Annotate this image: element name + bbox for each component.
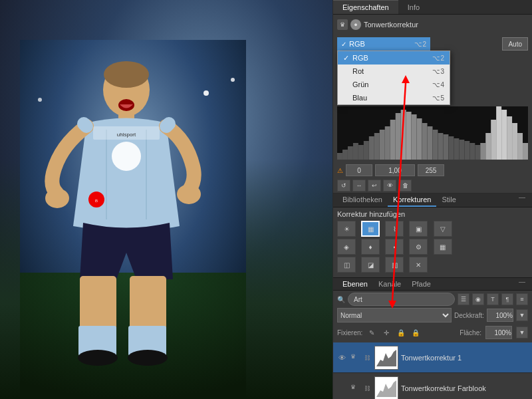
- highlight-input[interactable]: [418, 164, 444, 176]
- svg-rect-28: [348, 146, 353, 160]
- flache-input[interactable]: [485, 326, 512, 339]
- blend-mode-select[interactable]: Normal: [337, 308, 452, 323]
- svg-rect-48: [454, 138, 459, 160]
- channel-option-rot[interactable]: Rot ⌥3: [338, 65, 450, 78]
- svg-rect-32: [369, 136, 374, 160]
- ebenen-search-row: 🔍 ☰ ◉ T ¶ ≡: [337, 293, 528, 306]
- eigenschaften-section: ♛ ● Tonwertkorrektur: [333, 15, 532, 35]
- svg-point-10: [177, 184, 201, 204]
- layer-link-farblook[interactable]: ⛓: [362, 384, 372, 393]
- svg-rect-38: [401, 110, 406, 160]
- fix-lock-icon[interactable]: 🔒: [396, 327, 406, 338]
- svg-rect-37: [396, 113, 401, 160]
- panel-collapse-korrekturen[interactable]: —: [516, 194, 528, 207]
- eye-icon[interactable]: 👁: [383, 180, 396, 192]
- svg-rect-26: [337, 153, 342, 160]
- svg-rect-30: [358, 145, 364, 160]
- tab-bibliotheken[interactable]: Bibliotheken: [337, 194, 388, 207]
- channel-selected[interactable]: ✓ RGB ⌥2: [337, 37, 430, 51]
- svg-rect-55: [491, 120, 496, 160]
- eigenschaften-title: Tonwertkorrektur: [364, 21, 418, 29]
- delete-icon[interactable]: 🗑: [398, 180, 412, 192]
- layer-eye-tonwert1[interactable]: 👁: [336, 352, 348, 364]
- korr-vibrance[interactable]: ▽: [434, 221, 452, 237]
- tab-ebenen[interactable]: Ebenen: [337, 278, 373, 290]
- layer-link-tonwert1[interactable]: ⛓: [362, 353, 372, 362]
- layer-list: 👁 ♛ ⛓ Tonwertkorrektur 1 ♛ ⛓: [333, 342, 532, 399]
- photo-canvas: uhlsport B: [0, 0, 332, 399]
- korr-threshold[interactable]: ▥: [385, 257, 404, 273]
- flip-icon[interactable]: ↔: [352, 180, 366, 192]
- layer-crown-tonwert1: ♛: [350, 353, 360, 362]
- tab-kanaele[interactable]: Kanäle: [373, 278, 406, 290]
- undo-icon[interactable]: ↩: [368, 180, 381, 192]
- layer-eye-farblook[interactable]: [336, 382, 348, 394]
- korrekturen-grid-3: ◫ ◪ ▥ ✕: [337, 257, 528, 273]
- korrekturen-grid-2: ◈ ♦ ▪ ⚙ ▦: [337, 239, 528, 255]
- tab-info[interactable]: Info: [398, 0, 429, 14]
- tab-stile[interactable]: Stile: [436, 194, 461, 207]
- svg-rect-42: [422, 123, 428, 160]
- svg-rect-43: [428, 126, 433, 160]
- tone-input-row: ⚠: [333, 162, 532, 178]
- korr-channel[interactable]: ▦: [434, 239, 452, 255]
- korr-gradient[interactable]: ✕: [409, 257, 428, 273]
- svg-rect-27: [342, 150, 348, 160]
- fixieren-label: Fixieren:: [337, 329, 362, 336]
- flache-arrow[interactable]: ▼: [516, 327, 528, 338]
- search-icon: 🔍: [337, 296, 345, 303]
- right-panel: Eigenschaften Info ♛ ● Tonwertkorrektur …: [332, 0, 532, 399]
- reset-icon[interactable]: ↺: [337, 180, 350, 192]
- korr-photo[interactable]: ⚙: [409, 239, 428, 255]
- tab-pfade[interactable]: Pfade: [406, 278, 436, 290]
- korr-brightness[interactable]: ☀: [337, 221, 356, 237]
- adjustment-icon: ♛: [337, 19, 348, 30]
- fix-brush-icon[interactable]: ✎: [366, 327, 377, 338]
- panel-tabs: Eigenschaften Info: [333, 0, 532, 15]
- korr-invert[interactable]: ◫: [337, 257, 356, 273]
- layer-name-tonwert1: Tonwertkorrektur 1: [401, 354, 529, 362]
- shadow-input[interactable]: [346, 164, 372, 176]
- fix-all-icon[interactable]: 🔒: [410, 327, 421, 338]
- channel-option-blau[interactable]: Blau ⌥5: [338, 91, 450, 104]
- korr-curves[interactable]: ⌇: [385, 221, 404, 237]
- ebenen-controls: 🔍 ☰ ◉ T ¶ ≡ Normal Deckkraft: ▼ Fixieren…: [333, 291, 532, 342]
- korr-exposure[interactable]: ▣: [409, 221, 428, 237]
- korr-colorbalance[interactable]: ♦: [361, 239, 380, 255]
- channel-dropdown[interactable]: ✓ RGB ⌥2 ✓ RGB ⌥2 Rot ⌥3 Grün: [337, 37, 528, 51]
- layer-filter-icon[interactable]: ≡: [516, 293, 528, 305]
- layer-color-icon[interactable]: ◉: [472, 293, 484, 305]
- midtone-input[interactable]: [375, 164, 415, 176]
- channel-option-rgb[interactable]: ✓ RGB ⌥2: [338, 51, 450, 65]
- deckkraft-label: Deckkraft:: [454, 312, 484, 319]
- layer-crown-farblook: ♛: [350, 384, 360, 393]
- svg-rect-41: [417, 118, 422, 160]
- korr-posterize[interactable]: ◪: [361, 257, 380, 273]
- svg-rect-40: [412, 114, 417, 160]
- tab-korrekturen[interactable]: Korrekturen: [388, 194, 436, 207]
- korr-hsl[interactable]: ◈: [337, 239, 356, 255]
- panel-collapse-ebenen[interactable]: —: [516, 278, 528, 290]
- channel-option-gruen[interactable]: Grün ⌥4: [338, 78, 450, 91]
- deckkraft-arrow[interactable]: ▼: [516, 309, 528, 321]
- fix-move-icon[interactable]: ✛: [381, 327, 392, 338]
- svg-rect-57: [501, 110, 507, 160]
- check-mark: ✓: [341, 41, 346, 48]
- layer-text-icon[interactable]: T: [487, 293, 499, 305]
- layer-item-farblook[interactable]: ♛ ⛓ Tonwertkorrektur Farblook: [333, 373, 532, 399]
- deckkraft-input[interactable]: [487, 309, 513, 322]
- korr-bw[interactable]: ▪: [385, 239, 404, 255]
- tab-eigenschaften[interactable]: Eigenschaften: [333, 0, 398, 14]
- svg-rect-34: [380, 130, 385, 160]
- korr-levels[interactable]: ▦: [361, 221, 380, 237]
- layer-new-icon[interactable]: ☰: [458, 293, 469, 305]
- layer-item-tonwert1[interactable]: 👁 ♛ ⛓ Tonwertkorrektur 1: [333, 342, 532, 373]
- svg-point-16: [128, 350, 168, 366]
- korrekturen-grid-1: ☀ ▦ ⌇ ▣ ▽: [337, 221, 528, 237]
- svg-rect-31: [364, 141, 369, 160]
- layer-smart-icon[interactable]: ¶: [501, 293, 513, 305]
- ebenen-search-input[interactable]: [348, 293, 455, 306]
- svg-text:B: B: [95, 199, 98, 203]
- mask-icon: ●: [350, 19, 361, 30]
- svg-rect-51: [469, 143, 475, 160]
